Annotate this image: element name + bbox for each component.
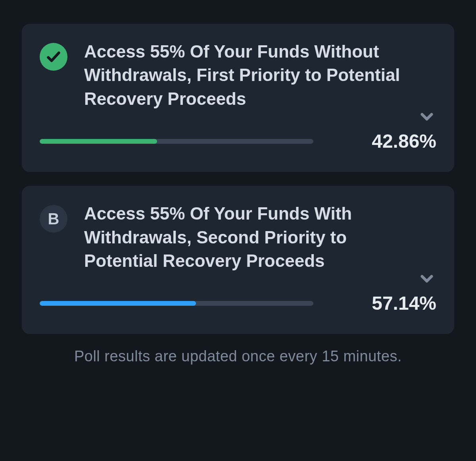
poll-footer-note: Poll results are updated once every 15 m… [22,348,454,365]
percentage-label: 57.14% [357,292,436,314]
poll-option-a[interactable]: Access 55% Of Your Funds Without Withdra… [22,24,454,172]
option-header: Access 55% Of Your Funds Without Withdra… [40,40,436,110]
expand-button[interactable] [417,269,436,288]
percentage-label: 42.86% [357,130,436,152]
progress-bar [40,139,313,144]
option-badge-letter: B [40,205,67,233]
chevron-down-icon [417,107,436,126]
option-badge-selected [40,43,67,71]
progress-fill [40,139,157,144]
option-footer: 57.14% [40,292,436,314]
option-letter: B [48,210,60,228]
poll-option-b[interactable]: B Access 55% Of Your Funds With Withdraw… [22,186,454,334]
progress-bar [40,301,313,306]
option-title: Access 55% Of Your Funds With Withdrawal… [84,202,436,272]
chevron-down-icon [417,269,436,288]
option-title: Access 55% Of Your Funds Without Withdra… [84,40,436,110]
expand-button[interactable] [417,107,436,126]
checkmark-icon [46,49,61,65]
option-header: B Access 55% Of Your Funds With Withdraw… [40,202,436,272]
option-footer: 42.86% [40,130,436,152]
progress-fill [40,301,196,306]
